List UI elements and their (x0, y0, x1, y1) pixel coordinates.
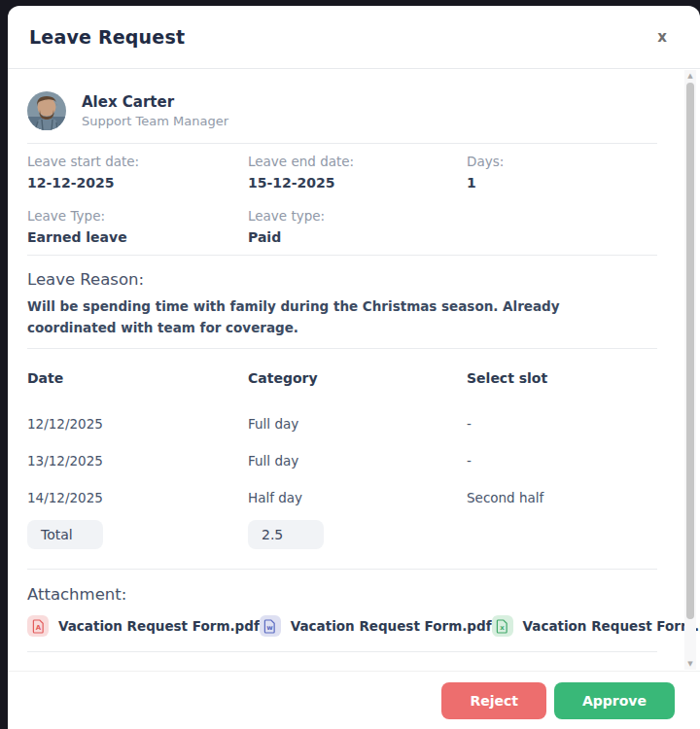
leave-details: Leave start date: 12-12-2025 Leave end d… (27, 144, 657, 256)
field-label: Leave type: (248, 208, 467, 224)
field-value: Earned leave (27, 229, 248, 245)
table-row: 13/12/2025 Full day - (27, 442, 657, 479)
svg-text:A: A (35, 623, 41, 631)
requester-name: Alex Carter (82, 93, 228, 111)
scroll-down-icon[interactable]: ▼ (687, 660, 692, 668)
table-row: 12/12/2025 Full day - (27, 405, 657, 442)
table-total-row: Total 2.5 (27, 520, 657, 549)
pdf-file-icon: A (27, 615, 49, 637)
modal-body: Alex Carter Support Team Manager Leave s… (8, 69, 700, 671)
svg-text:x: x (500, 623, 505, 631)
cell-date: 14/12/2025 (27, 479, 248, 516)
field-label: Leave end date: (248, 154, 467, 169)
slots-table-header: Date Category Select slot (27, 370, 657, 405)
avatar (27, 91, 66, 130)
slots-table: Date Category Select slot 12/12/2025 Ful… (27, 349, 657, 570)
requester-info: Alex Carter Support Team Manager (27, 69, 657, 144)
attachment-file-name: Vacation Request Form.pdf (291, 618, 492, 634)
scrollbar[interactable]: ▲ ▼ (684, 70, 696, 670)
table-row: 14/12/2025 Half day Second half (27, 479, 657, 516)
cell-slot: - (467, 442, 657, 479)
leave-reason-heading: Leave Reason: (27, 270, 657, 289)
attachment-file-name: Vacation Request Form.pdf (523, 618, 700, 634)
reject-button[interactable]: Reject (441, 682, 546, 719)
page-title: Leave Request (29, 26, 185, 48)
attachment-file[interactable]: A Vacation Request Form.pdf (27, 615, 260, 637)
cell-slot: Second half (467, 479, 657, 516)
field-leave-paid-type: Leave type: Paid (248, 208, 467, 245)
field-leave-type: Leave Type: Earned leave (27, 208, 248, 245)
cell-category: Full day (248, 442, 467, 479)
field-leave-start-date: Leave start date: 12-12-2025 (27, 154, 248, 191)
scroll-up-icon[interactable]: ▲ (687, 72, 692, 80)
field-label: Days: (467, 154, 657, 169)
leave-reason-text: Will be spending time with family during… (27, 296, 649, 338)
field-value: 12-12-2025 (27, 175, 248, 191)
word-file-icon: w (260, 615, 281, 637)
cell-category: Half day (248, 479, 467, 516)
field-value: 15-12-2025 (248, 175, 467, 191)
leave-reason-section: Leave Reason: Will be spending time with… (27, 256, 657, 349)
requester-text: Alex Carter Support Team Manager (82, 93, 228, 128)
total-label: Total (27, 520, 103, 549)
field-value: 1 (467, 175, 657, 191)
svg-text:w: w (267, 623, 274, 631)
cell-category: Full day (248, 405, 467, 442)
field-days: Days: 1 (467, 154, 657, 191)
attachment-section: Attachment: A Vacation Request Form.pdf (27, 570, 657, 652)
attachment-file[interactable]: x Vacation Request Form.pdf (492, 615, 700, 637)
approve-button[interactable]: Approve (554, 682, 675, 719)
modal-footer: Reject Approve (8, 671, 700, 729)
attachment-file[interactable]: w Vacation Request Form.pdf (260, 615, 492, 637)
column-header-category: Category (248, 370, 467, 405)
field-leave-end-date: Leave end date: 15-12-2025 (248, 154, 467, 191)
close-icon[interactable]: x (657, 28, 667, 46)
field-label: Leave Type: (27, 208, 248, 224)
modal-header: Leave Request x (8, 6, 700, 69)
field-label: Leave start date: (27, 154, 248, 169)
cell-slot: - (467, 405, 657, 442)
leave-request-modal: Leave Request x (8, 6, 700, 729)
cell-date: 12/12/2025 (27, 405, 248, 442)
column-header-select-slot: Select slot (467, 370, 657, 405)
field-value: Paid (248, 229, 467, 245)
total-value: 2.5 (248, 520, 324, 549)
scrollbar-thumb[interactable] (686, 83, 694, 619)
column-header-date: Date (27, 370, 248, 405)
cell-date: 13/12/2025 (27, 442, 248, 479)
attachment-file-name: Vacation Request Form.pdf (58, 618, 260, 634)
requester-role: Support Team Manager (82, 114, 228, 128)
excel-file-icon: x (492, 615, 513, 637)
attachment-heading: Attachment: (27, 585, 657, 604)
